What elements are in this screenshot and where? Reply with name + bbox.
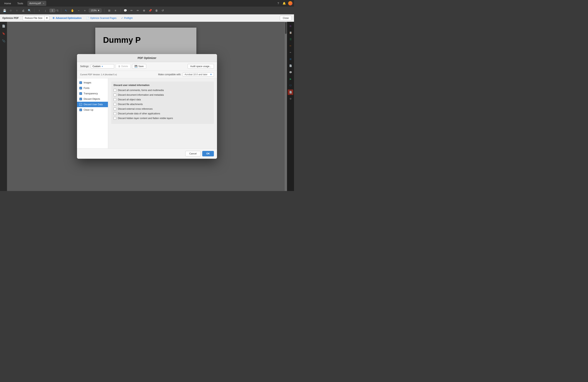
category-checkbox-5: ✓ (79, 108, 82, 111)
nav-right-icons: ? 🔔 (276, 1, 293, 5)
save-label: Save (138, 65, 144, 68)
pen-icon[interactable]: ✏ (129, 8, 134, 13)
zoom-arrow-icon: ▼ (97, 9, 100, 12)
compat-value: Acrobat 10.0 and later (185, 73, 208, 76)
categories-panel: ✓Images✓Fonts✓Transparency✓Discard Objec… (77, 78, 108, 149)
prev-page-icon[interactable]: ↑ (37, 8, 42, 13)
print-icon[interactable]: 🖨 (21, 8, 25, 13)
scanned-pages-icon: 📄 (86, 17, 89, 20)
pin-icon[interactable]: 📌 (148, 8, 152, 13)
option-checkbox-2[interactable] (114, 98, 116, 101)
category-checkbox-3: ✓ (79, 98, 82, 100)
search-icon[interactable]: 🔍 (27, 8, 32, 13)
stamp-icon[interactable]: ⊕ (142, 8, 146, 13)
compat-dropdown-arrow: ▼ (210, 73, 212, 76)
optimize-bar: Optimize PDF Reduce File Size ▼ ⚙ Advanc… (0, 14, 294, 22)
options-section: Discard user related information Discard… (111, 82, 214, 124)
delete-icon[interactable]: 🗑 (154, 8, 159, 13)
ok-button[interactable]: OK (202, 151, 214, 156)
close-tab-button[interactable]: ✕ (43, 2, 44, 4)
option-row-0: Discard all comments, forms and multimed… (114, 89, 211, 92)
page-number-input[interactable] (50, 9, 55, 12)
category-label-2: Transparency (84, 92, 98, 95)
tools-tab-label: Tools (17, 2, 23, 5)
category-label-0: Images (84, 81, 91, 84)
cursor-tool-icon[interactable]: ↖ (64, 8, 68, 13)
sep2 (61, 9, 61, 12)
dialog-title: PDF Optimizer (138, 56, 156, 60)
help-icon[interactable]: ? (276, 1, 280, 5)
options-section-title: Discard user related information (114, 84, 211, 86)
option-label-3: Discard file attachments (118, 103, 143, 106)
zoom-selector[interactable]: 153% ▼ (89, 9, 102, 12)
option-row-1: Discard document information and metadat… (114, 94, 211, 96)
cancel-button[interactable]: Cancel (185, 151, 201, 156)
tools-tab[interactable]: Tools (15, 0, 26, 7)
scanned-pages-label: Optimize Scanned Pages (90, 17, 116, 20)
advanced-optimization-button[interactable]: ⚙ Advanced Optimization (51, 16, 83, 21)
next-page-icon[interactable]: ↓ (43, 8, 48, 13)
preflight-icon: ✓ (121, 17, 123, 20)
settings-dropdown[interactable]: Custom ▼ (91, 64, 114, 68)
advanced-opt-icon: ⚙ (53, 17, 55, 20)
option-checkbox-0[interactable] (114, 89, 116, 92)
category-item-discard-user-data[interactable]: ✓Discard User Data (77, 102, 108, 107)
save-doc-icon[interactable]: 💾 (2, 8, 7, 13)
preflight-button[interactable]: ✓ Preflight (120, 16, 134, 21)
category-item-transparency[interactable]: ✓Transparency (77, 91, 108, 96)
audit-space-button[interactable]: Audit space usage... (188, 64, 214, 69)
option-row-6: Discard hidden layer content and flatten… (114, 117, 211, 120)
compat-dropdown[interactable]: Acrobat 10.0 and later ▼ (183, 72, 214, 77)
bookmark-icon[interactable]: ☆ (9, 8, 13, 13)
settings-dropdown-arrow: ▼ (101, 65, 103, 67)
option-checkbox-3[interactable] (114, 103, 116, 106)
reduce-file-size-button[interactable]: Reduce File Size ▼ (23, 16, 50, 21)
option-row-4: Discard external cross references (114, 107, 211, 110)
file-tab[interactable]: dummy.pdf ✕ (27, 1, 46, 6)
category-item-fonts[interactable]: ✓Fonts (77, 85, 108, 91)
user-avatar[interactable] (288, 1, 293, 5)
home-tab-label: Home (4, 2, 11, 5)
sep3 (104, 9, 105, 12)
page-separator: / 1 (56, 9, 58, 12)
delete-settings-button[interactable]: 🗑 Delete (116, 64, 131, 69)
marquee-zoom-icon[interactable]: ⊞ (107, 8, 111, 13)
option-row-3: Discard file attachments (114, 103, 211, 106)
main-content: 📄 🔖 📎 Dummy P ⊞ 📋 ☰ ✏ ✒ ⊞ 📄 💬 ▶ 🛡 📄 ⚙ PD… (0, 22, 294, 191)
save-settings-button[interactable]: 💾 Save (132, 64, 146, 69)
close-optimize-button[interactable]: Close (280, 16, 292, 21)
option-label-2: Discard all object data (118, 98, 141, 101)
category-label-3: Discard Objects (84, 98, 100, 100)
zoom-in-icon[interactable]: + (83, 8, 87, 13)
category-item-images[interactable]: ✓Images (77, 80, 108, 85)
page-indicator: / 1 (50, 9, 58, 12)
upload-icon[interactable]: ↑ (15, 8, 19, 13)
reduce-btn-dropdown-icon[interactable]: ▼ (44, 16, 49, 21)
settings-value: Custom (93, 65, 101, 68)
toolbar: 💾 ☆ ↑ 🖨 🔍 ↑ ↓ / 1 ↖ ✋ − + 153% ▼ ⊞ ≡ 💬 ✏… (0, 7, 294, 14)
category-item-clean-up[interactable]: ✓Clean Up (77, 107, 108, 113)
option-checkbox-5[interactable] (114, 112, 116, 115)
option-checkbox-6[interactable] (114, 117, 116, 120)
optimize-scanned-pages-button[interactable]: 📄 Optimize Scanned Pages (84, 16, 118, 21)
save-icon: 💾 (135, 65, 137, 68)
options-list: Discard all comments, forms and multimed… (114, 89, 211, 120)
home-tab[interactable]: Home (1, 0, 14, 7)
zoom-out-icon[interactable]: − (76, 8, 81, 13)
compat-label: Make compatible with: (158, 73, 181, 76)
option-row-5: Discard private data of other applicatio… (114, 112, 211, 115)
undo-icon[interactable]: ↺ (161, 8, 165, 13)
bell-icon[interactable]: 🔔 (282, 1, 286, 5)
dialog-toolbar: Settings: Custom ▼ 🗑 Delete 💾 Save Audit… (77, 62, 217, 71)
dialog-info-row: Current PDF Version: 1.4 (Acrobat 5.x) M… (77, 71, 217, 78)
optimize-pdf-title: Optimize PDF (2, 17, 19, 20)
scroll-icon[interactable]: ≡ (113, 8, 118, 13)
hand-tool-icon[interactable]: ✋ (70, 8, 74, 13)
option-label-1: Discard document information and metadat… (118, 94, 164, 96)
highlight-icon[interactable]: ✏ (136, 8, 140, 13)
option-checkbox-1[interactable] (114, 94, 116, 96)
comment-icon[interactable]: 💬 (123, 8, 127, 13)
top-nav-bar: Home Tools dummy.pdf ✕ ? 🔔 (0, 0, 294, 7)
option-checkbox-4[interactable] (114, 107, 116, 110)
category-item-discard-objects[interactable]: ✓Discard Objects (77, 96, 108, 102)
